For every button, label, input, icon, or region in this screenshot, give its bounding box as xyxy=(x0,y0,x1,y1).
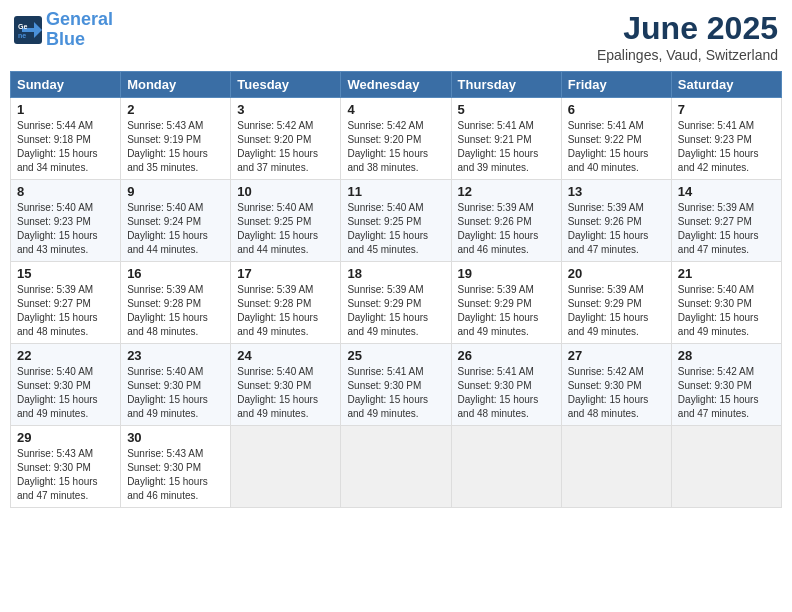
day-number: 2 xyxy=(127,102,224,117)
logo: Ge ne General Blue xyxy=(14,10,113,50)
month-title: June 2025 xyxy=(597,10,778,47)
day-info: Sunrise: 5:42 AM Sunset: 9:30 PM Dayligh… xyxy=(568,365,665,421)
day-number: 12 xyxy=(458,184,555,199)
calendar-cell: 9Sunrise: 5:40 AM Sunset: 9:24 PM Daylig… xyxy=(121,180,231,262)
day-number: 25 xyxy=(347,348,444,363)
calendar-cell: 25Sunrise: 5:41 AM Sunset: 9:30 PM Dayli… xyxy=(341,344,451,426)
day-info: Sunrise: 5:42 AM Sunset: 9:30 PM Dayligh… xyxy=(678,365,775,421)
day-number: 6 xyxy=(568,102,665,117)
day-info: Sunrise: 5:41 AM Sunset: 9:30 PM Dayligh… xyxy=(458,365,555,421)
day-info: Sunrise: 5:41 AM Sunset: 9:22 PM Dayligh… xyxy=(568,119,665,175)
svg-text:ne: ne xyxy=(18,32,26,39)
day-info: Sunrise: 5:39 AM Sunset: 9:29 PM Dayligh… xyxy=(347,283,444,339)
weekday-header-monday: Monday xyxy=(121,72,231,98)
calendar-cell xyxy=(561,426,671,508)
day-number: 15 xyxy=(17,266,114,281)
calendar-cell: 18Sunrise: 5:39 AM Sunset: 9:29 PM Dayli… xyxy=(341,262,451,344)
weekday-header-row: SundayMondayTuesdayWednesdayThursdayFrid… xyxy=(11,72,782,98)
day-info: Sunrise: 5:43 AM Sunset: 9:30 PM Dayligh… xyxy=(17,447,114,503)
calendar-cell: 7Sunrise: 5:41 AM Sunset: 9:23 PM Daylig… xyxy=(671,98,781,180)
calendar-cell: 10Sunrise: 5:40 AM Sunset: 9:25 PM Dayli… xyxy=(231,180,341,262)
day-info: Sunrise: 5:40 AM Sunset: 9:25 PM Dayligh… xyxy=(347,201,444,257)
logo-blue: Blue xyxy=(46,29,85,49)
calendar-cell: 23Sunrise: 5:40 AM Sunset: 9:30 PM Dayli… xyxy=(121,344,231,426)
calendar-cell: 29Sunrise: 5:43 AM Sunset: 9:30 PM Dayli… xyxy=(11,426,121,508)
location-subtitle: Epalinges, Vaud, Switzerland xyxy=(597,47,778,63)
day-number: 16 xyxy=(127,266,224,281)
day-number: 3 xyxy=(237,102,334,117)
day-number: 22 xyxy=(17,348,114,363)
weekday-header-tuesday: Tuesday xyxy=(231,72,341,98)
calendar-week-3: 15Sunrise: 5:39 AM Sunset: 9:27 PM Dayli… xyxy=(11,262,782,344)
day-number: 9 xyxy=(127,184,224,199)
calendar-cell: 13Sunrise: 5:39 AM Sunset: 9:26 PM Dayli… xyxy=(561,180,671,262)
day-number: 21 xyxy=(678,266,775,281)
calendar-table: SundayMondayTuesdayWednesdayThursdayFrid… xyxy=(10,71,782,508)
day-info: Sunrise: 5:40 AM Sunset: 9:24 PM Dayligh… xyxy=(127,201,224,257)
calendar-cell: 16Sunrise: 5:39 AM Sunset: 9:28 PM Dayli… xyxy=(121,262,231,344)
day-number: 11 xyxy=(347,184,444,199)
calendar-cell: 12Sunrise: 5:39 AM Sunset: 9:26 PM Dayli… xyxy=(451,180,561,262)
day-number: 14 xyxy=(678,184,775,199)
day-number: 8 xyxy=(17,184,114,199)
weekday-header-saturday: Saturday xyxy=(671,72,781,98)
calendar-week-5: 29Sunrise: 5:43 AM Sunset: 9:30 PM Dayli… xyxy=(11,426,782,508)
calendar-cell: 6Sunrise: 5:41 AM Sunset: 9:22 PM Daylig… xyxy=(561,98,671,180)
day-info: Sunrise: 5:42 AM Sunset: 9:20 PM Dayligh… xyxy=(237,119,334,175)
page-header: Ge ne General Blue June 2025 Epalinges, … xyxy=(10,10,782,63)
day-number: 17 xyxy=(237,266,334,281)
calendar-cell: 2Sunrise: 5:43 AM Sunset: 9:19 PM Daylig… xyxy=(121,98,231,180)
day-number: 10 xyxy=(237,184,334,199)
day-number: 30 xyxy=(127,430,224,445)
calendar-cell: 8Sunrise: 5:40 AM Sunset: 9:23 PM Daylig… xyxy=(11,180,121,262)
day-info: Sunrise: 5:41 AM Sunset: 9:23 PM Dayligh… xyxy=(678,119,775,175)
day-number: 7 xyxy=(678,102,775,117)
calendar-cell: 27Sunrise: 5:42 AM Sunset: 9:30 PM Dayli… xyxy=(561,344,671,426)
calendar-cell: 15Sunrise: 5:39 AM Sunset: 9:27 PM Dayli… xyxy=(11,262,121,344)
day-info: Sunrise: 5:40 AM Sunset: 9:30 PM Dayligh… xyxy=(127,365,224,421)
calendar-cell xyxy=(671,426,781,508)
day-number: 28 xyxy=(678,348,775,363)
calendar-week-1: 1Sunrise: 5:44 AM Sunset: 9:18 PM Daylig… xyxy=(11,98,782,180)
title-area: June 2025 Epalinges, Vaud, Switzerland xyxy=(597,10,778,63)
logo-icon: Ge ne xyxy=(14,16,42,44)
day-info: Sunrise: 5:39 AM Sunset: 9:29 PM Dayligh… xyxy=(568,283,665,339)
weekday-header-thursday: Thursday xyxy=(451,72,561,98)
day-info: Sunrise: 5:42 AM Sunset: 9:20 PM Dayligh… xyxy=(347,119,444,175)
svg-text:Ge: Ge xyxy=(18,23,27,30)
calendar-cell: 30Sunrise: 5:43 AM Sunset: 9:30 PM Dayli… xyxy=(121,426,231,508)
weekday-header-wednesday: Wednesday xyxy=(341,72,451,98)
day-info: Sunrise: 5:40 AM Sunset: 9:30 PM Dayligh… xyxy=(17,365,114,421)
day-number: 18 xyxy=(347,266,444,281)
day-info: Sunrise: 5:39 AM Sunset: 9:26 PM Dayligh… xyxy=(458,201,555,257)
calendar-cell: 22Sunrise: 5:40 AM Sunset: 9:30 PM Dayli… xyxy=(11,344,121,426)
calendar-cell: 1Sunrise: 5:44 AM Sunset: 9:18 PM Daylig… xyxy=(11,98,121,180)
day-info: Sunrise: 5:40 AM Sunset: 9:30 PM Dayligh… xyxy=(678,283,775,339)
day-info: Sunrise: 5:39 AM Sunset: 9:27 PM Dayligh… xyxy=(17,283,114,339)
day-info: Sunrise: 5:43 AM Sunset: 9:19 PM Dayligh… xyxy=(127,119,224,175)
weekday-header-friday: Friday xyxy=(561,72,671,98)
calendar-week-4: 22Sunrise: 5:40 AM Sunset: 9:30 PM Dayli… xyxy=(11,344,782,426)
calendar-cell xyxy=(231,426,341,508)
day-info: Sunrise: 5:41 AM Sunset: 9:30 PM Dayligh… xyxy=(347,365,444,421)
day-number: 5 xyxy=(458,102,555,117)
calendar-cell xyxy=(451,426,561,508)
day-info: Sunrise: 5:43 AM Sunset: 9:30 PM Dayligh… xyxy=(127,447,224,503)
day-number: 29 xyxy=(17,430,114,445)
day-number: 13 xyxy=(568,184,665,199)
day-info: Sunrise: 5:40 AM Sunset: 9:23 PM Dayligh… xyxy=(17,201,114,257)
calendar-cell: 5Sunrise: 5:41 AM Sunset: 9:21 PM Daylig… xyxy=(451,98,561,180)
calendar-cell: 21Sunrise: 5:40 AM Sunset: 9:30 PM Dayli… xyxy=(671,262,781,344)
calendar-cell: 11Sunrise: 5:40 AM Sunset: 9:25 PM Dayli… xyxy=(341,180,451,262)
calendar-cell: 26Sunrise: 5:41 AM Sunset: 9:30 PM Dayli… xyxy=(451,344,561,426)
calendar-cell: 4Sunrise: 5:42 AM Sunset: 9:20 PM Daylig… xyxy=(341,98,451,180)
day-number: 26 xyxy=(458,348,555,363)
calendar-week-2: 8Sunrise: 5:40 AM Sunset: 9:23 PM Daylig… xyxy=(11,180,782,262)
calendar-cell: 3Sunrise: 5:42 AM Sunset: 9:20 PM Daylig… xyxy=(231,98,341,180)
day-info: Sunrise: 5:39 AM Sunset: 9:28 PM Dayligh… xyxy=(127,283,224,339)
day-info: Sunrise: 5:44 AM Sunset: 9:18 PM Dayligh… xyxy=(17,119,114,175)
day-number: 4 xyxy=(347,102,444,117)
day-info: Sunrise: 5:40 AM Sunset: 9:30 PM Dayligh… xyxy=(237,365,334,421)
calendar-cell: 19Sunrise: 5:39 AM Sunset: 9:29 PM Dayli… xyxy=(451,262,561,344)
day-number: 19 xyxy=(458,266,555,281)
